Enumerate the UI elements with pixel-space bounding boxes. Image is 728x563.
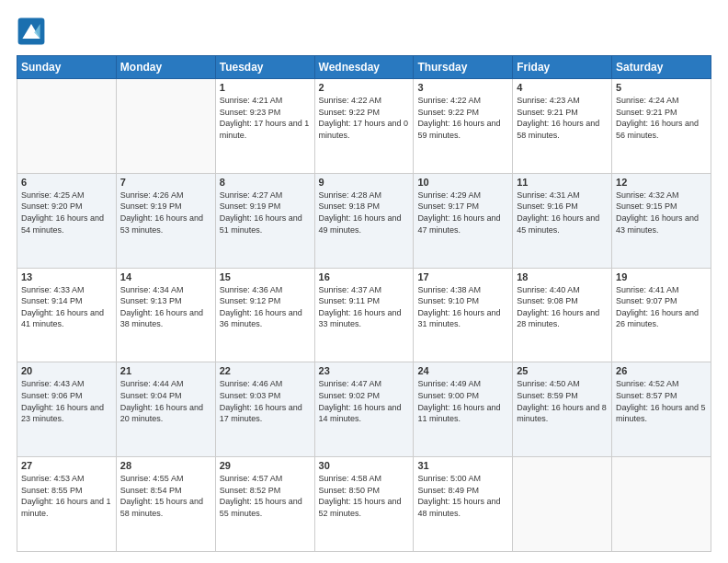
day-info: Sunrise: 4:41 AM Sunset: 9:07 PM Dayligh… <box>616 284 707 330</box>
day-number: 24 <box>417 365 508 376</box>
day-info: Sunrise: 4:46 AM Sunset: 9:03 PM Dayligh… <box>220 378 311 424</box>
calendar-cell: 6Sunrise: 4:25 AM Sunset: 9:20 PM Daylig… <box>17 173 117 268</box>
day-info: Sunrise: 4:57 AM Sunset: 8:52 PM Dayligh… <box>220 473 311 519</box>
calendar-cell: 20Sunrise: 4:43 AM Sunset: 9:06 PM Dayli… <box>17 362 117 457</box>
calendar-cell: 5Sunrise: 4:24 AM Sunset: 9:21 PM Daylig… <box>612 79 711 174</box>
calendar-cell: 19Sunrise: 4:41 AM Sunset: 9:07 PM Dayli… <box>612 268 711 362</box>
day-info: Sunrise: 4:47 AM Sunset: 9:02 PM Dayligh… <box>319 378 410 424</box>
calendar-table: SundayMondayTuesdayWednesdayThursdayFrid… <box>17 55 711 552</box>
calendar-week-row: 13Sunrise: 4:33 AM Sunset: 9:14 PM Dayli… <box>17 268 711 362</box>
calendar-cell: 10Sunrise: 4:29 AM Sunset: 9:17 PM Dayli… <box>414 173 513 268</box>
page: SundayMondayTuesdayWednesdayThursdayFrid… <box>0 0 728 563</box>
day-number: 12 <box>616 177 707 188</box>
calendar-cell: 16Sunrise: 4:37 AM Sunset: 9:11 PM Dayli… <box>314 268 414 362</box>
calendar-cell <box>116 79 215 174</box>
weekday-header: Thursday <box>414 56 513 79</box>
day-number: 22 <box>220 365 311 376</box>
day-info: Sunrise: 4:53 AM Sunset: 8:55 PM Dayligh… <box>21 473 112 519</box>
calendar-cell: 24Sunrise: 4:49 AM Sunset: 9:00 PM Dayli… <box>414 362 513 457</box>
day-info: Sunrise: 4:55 AM Sunset: 8:54 PM Dayligh… <box>120 473 211 519</box>
day-info: Sunrise: 4:58 AM Sunset: 8:50 PM Dayligh… <box>319 473 410 519</box>
day-number: 15 <box>220 271 311 282</box>
day-number: 29 <box>220 460 311 471</box>
calendar-cell: 11Sunrise: 4:31 AM Sunset: 9:16 PM Dayli… <box>513 173 612 268</box>
calendar-cell: 13Sunrise: 4:33 AM Sunset: 9:14 PM Dayli… <box>17 268 117 362</box>
day-number: 6 <box>21 177 112 188</box>
day-number: 4 <box>517 82 608 93</box>
calendar-cell: 17Sunrise: 4:38 AM Sunset: 9:10 PM Dayli… <box>414 268 513 362</box>
weekday-header: Monday <box>116 56 215 79</box>
day-number: 19 <box>616 271 707 282</box>
header <box>17 17 711 46</box>
day-number: 20 <box>21 365 112 376</box>
calendar-cell <box>612 457 711 552</box>
day-info: Sunrise: 4:29 AM Sunset: 9:17 PM Dayligh… <box>417 190 508 236</box>
calendar-cell: 12Sunrise: 4:32 AM Sunset: 9:15 PM Dayli… <box>612 173 711 268</box>
day-info: Sunrise: 4:28 AM Sunset: 9:18 PM Dayligh… <box>319 190 410 236</box>
day-info: Sunrise: 4:44 AM Sunset: 9:04 PM Dayligh… <box>120 378 211 424</box>
calendar-cell: 27Sunrise: 4:53 AM Sunset: 8:55 PM Dayli… <box>17 457 117 552</box>
day-info: Sunrise: 4:52 AM Sunset: 8:57 PM Dayligh… <box>616 378 707 424</box>
calendar-cell: 23Sunrise: 4:47 AM Sunset: 9:02 PM Dayli… <box>314 362 414 457</box>
weekday-header: Friday <box>513 56 612 79</box>
calendar-cell: 29Sunrise: 4:57 AM Sunset: 8:52 PM Dayli… <box>215 457 314 552</box>
day-info: Sunrise: 4:34 AM Sunset: 9:13 PM Dayligh… <box>120 284 211 330</box>
calendar-cell: 18Sunrise: 4:40 AM Sunset: 9:08 PM Dayli… <box>513 268 612 362</box>
day-info: Sunrise: 4:50 AM Sunset: 8:59 PM Dayligh… <box>517 378 608 424</box>
day-info: Sunrise: 4:22 AM Sunset: 9:22 PM Dayligh… <box>319 95 410 141</box>
day-number: 28 <box>120 460 211 471</box>
calendar-cell: 15Sunrise: 4:36 AM Sunset: 9:12 PM Dayli… <box>215 268 314 362</box>
day-info: Sunrise: 4:36 AM Sunset: 9:12 PM Dayligh… <box>220 284 311 330</box>
day-number: 25 <box>517 365 608 376</box>
day-number: 2 <box>319 82 410 93</box>
day-info: Sunrise: 4:37 AM Sunset: 9:11 PM Dayligh… <box>319 284 410 330</box>
day-number: 23 <box>319 365 410 376</box>
calendar-week-row: 6Sunrise: 4:25 AM Sunset: 9:20 PM Daylig… <box>17 173 711 268</box>
day-number: 26 <box>616 365 707 376</box>
day-number: 11 <box>517 177 608 188</box>
day-info: Sunrise: 4:32 AM Sunset: 9:15 PM Dayligh… <box>616 190 707 236</box>
day-number: 31 <box>417 460 508 471</box>
calendar-header-row: SundayMondayTuesdayWednesdayThursdayFrid… <box>17 56 711 79</box>
day-info: Sunrise: 4:24 AM Sunset: 9:21 PM Dayligh… <box>616 95 707 141</box>
weekday-header: Tuesday <box>215 56 314 79</box>
calendar-cell: 9Sunrise: 4:28 AM Sunset: 9:18 PM Daylig… <box>314 173 414 268</box>
calendar-cell: 3Sunrise: 4:22 AM Sunset: 9:22 PM Daylig… <box>414 79 513 174</box>
calendar-cell <box>513 457 612 552</box>
calendar-cell: 7Sunrise: 4:26 AM Sunset: 9:19 PM Daylig… <box>116 173 215 268</box>
logo-icon <box>17 17 46 46</box>
calendar-week-row: 20Sunrise: 4:43 AM Sunset: 9:06 PM Dayli… <box>17 362 711 457</box>
day-number: 1 <box>220 82 311 93</box>
day-number: 16 <box>319 271 410 282</box>
calendar-cell: 30Sunrise: 4:58 AM Sunset: 8:50 PM Dayli… <box>314 457 414 552</box>
day-info: Sunrise: 4:33 AM Sunset: 9:14 PM Dayligh… <box>21 284 112 330</box>
calendar-cell: 22Sunrise: 4:46 AM Sunset: 9:03 PM Dayli… <box>215 362 314 457</box>
day-info: Sunrise: 4:27 AM Sunset: 9:19 PM Dayligh… <box>220 190 311 236</box>
day-number: 13 <box>21 271 112 282</box>
day-info: Sunrise: 4:40 AM Sunset: 9:08 PM Dayligh… <box>517 284 608 330</box>
day-number: 7 <box>120 177 211 188</box>
day-info: Sunrise: 4:31 AM Sunset: 9:16 PM Dayligh… <box>517 190 608 236</box>
day-info: Sunrise: 4:23 AM Sunset: 9:21 PM Dayligh… <box>517 95 608 141</box>
day-info: Sunrise: 4:49 AM Sunset: 9:00 PM Dayligh… <box>417 378 508 424</box>
day-info: Sunrise: 5:00 AM Sunset: 8:49 PM Dayligh… <box>417 473 508 519</box>
calendar-cell: 2Sunrise: 4:22 AM Sunset: 9:22 PM Daylig… <box>314 79 414 174</box>
day-number: 5 <box>616 82 707 93</box>
day-number: 14 <box>120 271 211 282</box>
day-info: Sunrise: 4:38 AM Sunset: 9:10 PM Dayligh… <box>417 284 508 330</box>
logo <box>17 17 50 46</box>
day-number: 3 <box>417 82 508 93</box>
weekday-header: Wednesday <box>314 56 414 79</box>
calendar-week-row: 27Sunrise: 4:53 AM Sunset: 8:55 PM Dayli… <box>17 457 711 552</box>
calendar-cell: 21Sunrise: 4:44 AM Sunset: 9:04 PM Dayli… <box>116 362 215 457</box>
calendar-cell: 14Sunrise: 4:34 AM Sunset: 9:13 PM Dayli… <box>116 268 215 362</box>
weekday-header: Sunday <box>17 56 117 79</box>
day-info: Sunrise: 4:21 AM Sunset: 9:23 PM Dayligh… <box>220 95 311 141</box>
day-info: Sunrise: 4:43 AM Sunset: 9:06 PM Dayligh… <box>21 378 112 424</box>
calendar-cell: 4Sunrise: 4:23 AM Sunset: 9:21 PM Daylig… <box>513 79 612 174</box>
day-number: 17 <box>417 271 508 282</box>
calendar-cell: 25Sunrise: 4:50 AM Sunset: 8:59 PM Dayli… <box>513 362 612 457</box>
day-info: Sunrise: 4:22 AM Sunset: 9:22 PM Dayligh… <box>417 95 508 141</box>
day-number: 18 <box>517 271 608 282</box>
calendar-cell: 26Sunrise: 4:52 AM Sunset: 8:57 PM Dayli… <box>612 362 711 457</box>
